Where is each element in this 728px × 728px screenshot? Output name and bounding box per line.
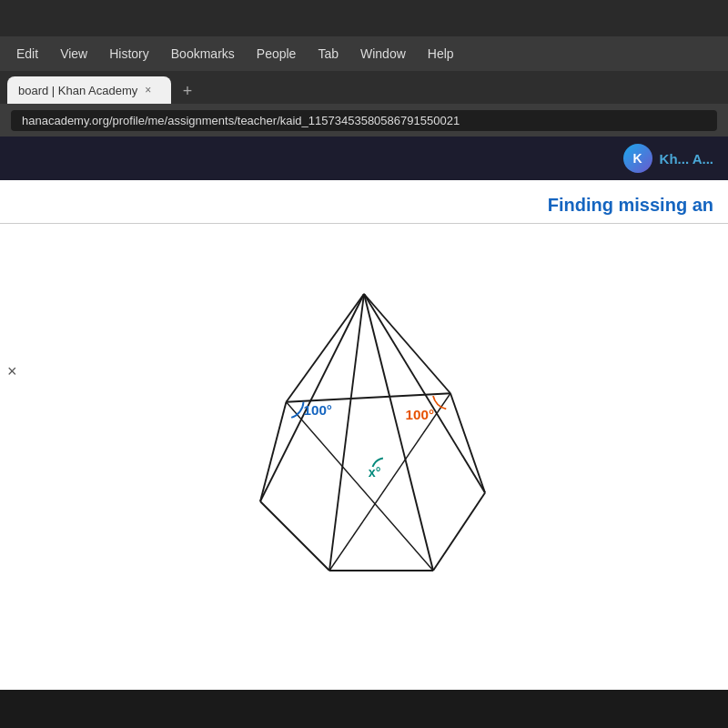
- ka-logo: K Kh... A...: [623, 144, 713, 173]
- menu-bookmarks[interactable]: Bookmarks: [162, 43, 244, 65]
- menu-people[interactable]: People: [248, 43, 306, 65]
- tab-close-button[interactable]: ×: [145, 84, 151, 96]
- geometry-svg: 100° 100° x°: [191, 242, 537, 588]
- svg-line-9: [364, 294, 433, 571]
- svg-text:x°: x°: [369, 465, 381, 480]
- new-tab-button[interactable]: +: [175, 78, 200, 104]
- svg-line-10: [260, 294, 364, 501]
- svg-line-12: [287, 402, 434, 571]
- menu-tab[interactable]: Tab: [308, 43, 348, 65]
- svg-line-3: [433, 493, 485, 571]
- url-input[interactable]: hanacademy.org/profile/me/assignments/te…: [11, 110, 717, 131]
- svg-line-1: [260, 501, 329, 571]
- tab-label: board | Khan Academy: [18, 84, 137, 97]
- content-area: × Finding missing an: [0, 180, 728, 690]
- ka-logo-circle: K: [623, 144, 652, 173]
- url-bar: hanacademy.org/profile/me/assignments/te…: [0, 104, 728, 136]
- active-tab[interactable]: board | Khan Academy ×: [7, 76, 171, 104]
- svg-text:100°: 100°: [304, 402, 332, 418]
- menu-view[interactable]: View: [51, 43, 96, 65]
- svg-line-0: [260, 402, 287, 501]
- menu-history[interactable]: History: [100, 43, 158, 65]
- close-panel-button[interactable]: ×: [7, 362, 17, 381]
- top-bar: [0, 0, 728, 36]
- svg-text:100°: 100°: [406, 407, 434, 422]
- tab-bar: board | Khan Academy × +: [0, 71, 728, 104]
- menu-bar: Edit View History Bookmarks People Tab W…: [0, 36, 728, 71]
- exercise-title: Finding missing an: [0, 180, 728, 223]
- menu-window[interactable]: Window: [351, 43, 415, 65]
- svg-line-11: [364, 294, 485, 493]
- ka-toolbar: K Kh... A...: [0, 136, 728, 180]
- geometry-area: 100° 100° x°: [0, 224, 728, 624]
- menu-edit[interactable]: Edit: [7, 43, 47, 65]
- menu-help[interactable]: Help: [419, 43, 463, 65]
- ka-logo-text: Kh... A...: [660, 151, 713, 167]
